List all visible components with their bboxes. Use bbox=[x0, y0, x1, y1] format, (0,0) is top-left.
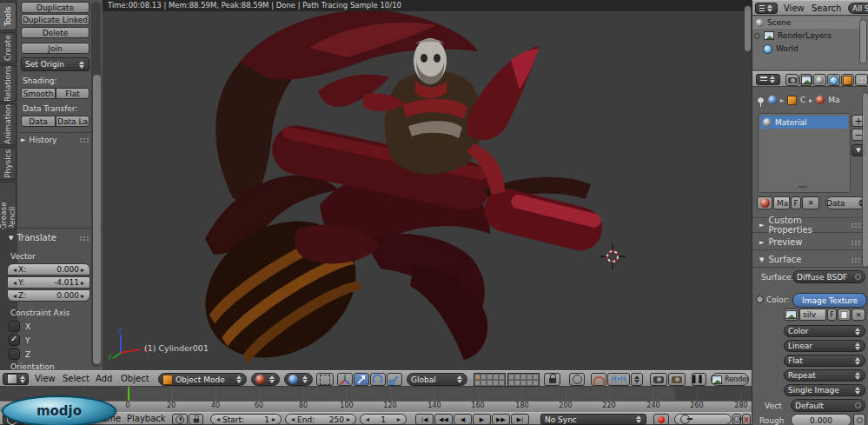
duplicate-linked-button[interactable]: Duplicate Linked bbox=[21, 14, 89, 25]
pivot-point-dropdown[interactable] bbox=[284, 373, 313, 386]
tab-constraints[interactable] bbox=[855, 74, 868, 86]
roughness-field[interactable]: 0.000 bbox=[791, 414, 851, 425]
scale-manipulator-button[interactable] bbox=[387, 373, 402, 386]
outliner-row-scene[interactable]: Scene bbox=[752, 17, 860, 29]
unlink-material-button[interactable]: ✕ bbox=[802, 196, 819, 209]
new-image-button[interactable] bbox=[838, 309, 851, 321]
custom-properties-panel-header[interactable]: ►Custom Properties bbox=[752, 217, 868, 233]
image-name-field[interactable]: silv bbox=[799, 309, 826, 321]
shade-flat-button[interactable]: Flat bbox=[56, 88, 89, 99]
list-resize-grip[interactable]: ══ bbox=[798, 183, 807, 191]
snap-toggle-button[interactable] bbox=[591, 373, 606, 386]
end-frame-field[interactable]: ◂End:250▸ bbox=[285, 414, 356, 425]
panel-drag-dots[interactable] bbox=[79, 137, 90, 143]
browse-material-button[interactable] bbox=[757, 196, 772, 209]
lock-range-button[interactable] bbox=[189, 414, 203, 425]
render-animation-button[interactable] bbox=[668, 373, 686, 386]
render-still-button[interactable] bbox=[650, 373, 667, 386]
timeline-main[interactable] bbox=[0, 387, 752, 401]
auto-keyframe-record-button[interactable] bbox=[653, 414, 669, 425]
checkbox-icon[interactable] bbox=[9, 349, 20, 360]
preview-panel-header[interactable]: ►Preview bbox=[752, 235, 868, 250]
panel-drag-dots[interactable] bbox=[851, 257, 862, 262]
data-transfer-data-button[interactable]: Data bbox=[21, 116, 56, 127]
color-input-dropdown[interactable]: Image Texture bbox=[792, 293, 867, 308]
insert-keyframe-button[interactable] bbox=[732, 414, 741, 425]
texture-color-dropdown[interactable]: Color bbox=[784, 325, 865, 337]
material-slot-row[interactable]: Material bbox=[760, 116, 848, 129]
constraint-x-checkbox[interactable]: X bbox=[9, 321, 30, 332]
viewport-scrollbar[interactable] bbox=[744, 5, 752, 52]
tab-grease-pencil[interactable]: Grease Pencil bbox=[0, 182, 17, 230]
tab-tools[interactable]: Tools bbox=[0, 2, 17, 30]
time-update-button[interactable] bbox=[172, 414, 188, 425]
translate-y-field[interactable]: ◂Y:-4.011▸ bbox=[7, 276, 90, 289]
lock-to-scene-button[interactable] bbox=[544, 373, 560, 386]
color-socket-icon[interactable] bbox=[756, 296, 764, 303]
tab-world[interactable] bbox=[827, 74, 840, 86]
unlink-image-button[interactable]: ✕ bbox=[851, 309, 865, 321]
data-link-dropdown[interactable]: Data bbox=[825, 196, 865, 209]
outliner-menu-search[interactable]: Search bbox=[812, 1, 841, 17]
mode-dropdown[interactable]: Object Mode bbox=[158, 373, 247, 386]
snap-element-button[interactable]: H•H bbox=[607, 373, 630, 386]
sync-dropdown[interactable]: No Sync bbox=[540, 414, 646, 425]
translate-manipulator-button[interactable] bbox=[354, 373, 369, 386]
editor-type-properties-dropdown[interactable] bbox=[756, 74, 780, 85]
layers-grid-1[interactable] bbox=[474, 373, 506, 387]
translate-panel-header[interactable]: ▼Translate bbox=[9, 233, 90, 242]
texture-colorspace-dropdown[interactable]: Linear bbox=[784, 340, 865, 352]
fake-user-button[interactable]: F bbox=[791, 196, 801, 209]
render-layer-dropdown[interactable]: RenderLayer bbox=[711, 373, 749, 386]
checkbox-checked-icon[interactable] bbox=[9, 335, 20, 346]
material-name-field[interactable]: Ma bbox=[773, 196, 790, 209]
texture-projection-dropdown[interactable]: Flat bbox=[784, 355, 865, 367]
start-frame-field[interactable]: ◂Start:1▸ bbox=[210, 414, 282, 425]
viewport-canvas[interactable]: Time:00:08.13 | Mem:88.59M, Peak:88.59M … bbox=[103, 0, 752, 370]
constraint-z-checkbox[interactable]: Z bbox=[9, 349, 30, 360]
delete-keyframe-button[interactable] bbox=[742, 414, 751, 425]
next-keyframe-button[interactable]: ▶▶ bbox=[492, 414, 510, 425]
menu-object[interactable]: Object bbox=[121, 371, 149, 387]
translate-z-field[interactable]: ◂Z:0.000▸ bbox=[7, 289, 90, 302]
outliner-menu-view[interactable]: View bbox=[784, 1, 805, 17]
translate-x-field[interactable]: ◂X:0.000▸ bbox=[7, 263, 90, 276]
pause-render-button[interactable]: ▌▌ bbox=[692, 373, 706, 386]
texture-extension-dropdown[interactable]: Repeat bbox=[784, 369, 865, 382]
outliner-row-world[interactable]: World bbox=[752, 43, 867, 55]
rotate-manipulator-button[interactable] bbox=[370, 373, 386, 386]
surface-shader-dropdown[interactable]: Diffuse BSDF bbox=[792, 270, 865, 283]
tab-scene[interactable] bbox=[813, 74, 826, 86]
history-panel-header[interactable]: ►History bbox=[21, 136, 90, 144]
current-frame-field[interactable]: ◂1▸ bbox=[360, 414, 407, 425]
set-origin-dropdown[interactable]: Set Origin bbox=[21, 57, 89, 71]
tab-physics[interactable]: Physics bbox=[0, 147, 17, 180]
tab-object[interactable] bbox=[841, 74, 854, 86]
proportional-edit-button[interactable] bbox=[569, 373, 585, 386]
vector-input-dropdown[interactable]: Default bbox=[791, 399, 865, 412]
tool-shelf-scrollbar[interactable] bbox=[92, 74, 102, 365]
jump-to-start-button[interactable]: |◀ bbox=[415, 414, 434, 425]
jump-to-end-button[interactable]: ▶| bbox=[511, 414, 529, 425]
shade-smooth-button[interactable]: Smooth bbox=[21, 88, 56, 99]
texture-source-dropdown[interactable]: Single Image bbox=[784, 384, 865, 396]
outliner-scrollbar[interactable] bbox=[859, 19, 867, 64]
manipulator-axis-button[interactable] bbox=[337, 373, 353, 386]
checkbox-icon[interactable] bbox=[9, 321, 20, 332]
data-transfer-layout-button[interactable]: Data La bbox=[56, 116, 89, 127]
tab-animation[interactable]: Animation bbox=[0, 103, 17, 145]
surface-panel-header[interactable]: ▼Surface bbox=[752, 252, 868, 268]
prev-keyframe-button[interactable]: ◀◀ bbox=[434, 414, 453, 425]
menu-select[interactable]: Select bbox=[63, 371, 89, 387]
delete-button[interactable]: Delete bbox=[21, 27, 89, 38]
disclosure-dot-icon[interactable] bbox=[754, 33, 760, 39]
manipulator-toggle-button[interactable] bbox=[316, 373, 334, 386]
play-reverse-button[interactable]: ◀ bbox=[454, 414, 472, 425]
constraint-y-checkbox[interactable]: Y bbox=[9, 335, 30, 346]
menu-playback[interactable]: Playback bbox=[127, 411, 166, 425]
join-button[interactable]: Join bbox=[21, 43, 89, 54]
tab-relations[interactable]: Relations bbox=[0, 65, 17, 102]
browse-image-button[interactable] bbox=[784, 309, 798, 321]
editor-type-3dview-dropdown[interactable] bbox=[3, 373, 29, 385]
current-frame-line[interactable] bbox=[128, 387, 129, 401]
